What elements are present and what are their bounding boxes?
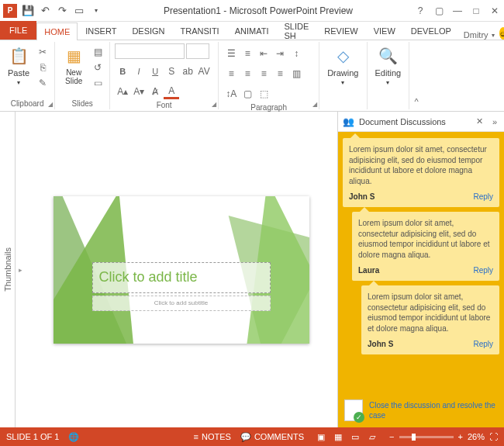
format-painter-icon[interactable]: ✎ [36,76,50,90]
close-icon[interactable]: ✕ [488,5,501,16]
spacing-button[interactable]: AV [196,64,212,79]
section-icon[interactable]: ▭ [91,76,105,90]
comment-item[interactable]: Lorem ipsum dolor sit amet, consectetur … [343,138,499,207]
expand-pane-icon[interactable]: » [490,117,499,126]
drawing-button[interactable]: ◇ Drawing▾ [324,43,361,88]
discussions-title: Document Discussions [359,117,469,126]
tab-insert[interactable]: INSERT [78,22,124,40]
reading-view-icon[interactable]: ▭ [347,430,363,443]
expand-thumbnails-icon[interactable]: ▸ [16,112,25,427]
collapse-ribbon-icon[interactable]: ^ [409,42,423,109]
copy-icon[interactable]: ⎘ [36,61,50,74]
ribbon-options-icon[interactable]: ▢ [433,5,445,16]
increase-font-icon[interactable]: A▴ [115,84,130,99]
zoom-level[interactable]: 26% [468,432,485,441]
font-size-input[interactable] [186,43,209,59]
maximize-icon[interactable]: □ [470,5,482,16]
align-left-icon[interactable]: ≡ [223,66,239,81]
align-right-icon[interactable]: ≡ [256,66,271,81]
reply-link[interactable]: Reply [473,192,493,201]
comment-item[interactable]: Lorem ipsum dolor sit amet, consectetur … [361,285,499,354]
clear-format-icon[interactable]: A̷ [147,84,163,99]
text-direction-icon[interactable]: ↕A [223,86,239,102]
tab-review[interactable]: REVIEW [316,22,365,40]
clipboard-icon: 📋 [8,45,29,67]
comment-text: Lorem ipsum dolor sit amet, consectetur … [368,292,493,334]
reply-link[interactable]: Reply [473,340,493,348]
group-paragraph-label: Paragraph [223,102,314,112]
strikethrough-button[interactable]: S [164,64,179,79]
tab-developer[interactable]: DEVELOP [403,22,459,40]
tab-view[interactable]: VIEW [366,22,403,40]
start-slideshow-icon[interactable]: ▭ [73,5,85,17]
zoom-slider[interactable] [399,436,454,438]
comment-text: Lorem ipsum dolor sit amet, consectetur … [349,144,493,186]
comment-author: John S [368,340,393,348]
group-slides-label: Slides [60,98,105,108]
smartart-icon[interactable]: ⬚ [256,86,271,102]
justify-icon[interactable]: ≡ [272,66,288,81]
italic-button[interactable]: I [131,64,147,79]
close-discussion-link[interactable]: Close the discussion and resolve the cas… [369,400,498,420]
editing-button[interactable]: 🔍 Editing▾ [372,43,405,88]
layout-icon[interactable]: ▤ [91,45,105,59]
find-icon: 🔍 [377,45,399,67]
columns-icon[interactable]: ▥ [288,66,304,81]
comments-button[interactable]: 💬 COMMENTS [240,432,304,442]
font-name-input[interactable] [115,43,185,59]
tab-animations[interactable]: ANIMATI [227,22,277,40]
close-pane-icon[interactable]: ✕ [474,116,485,126]
fit-window-icon[interactable]: ⛶ [489,432,498,441]
title-placeholder[interactable]: Click to add title [92,262,271,293]
help-icon[interactable]: ? [414,5,426,16]
reply-link[interactable]: Reply [473,266,493,275]
paste-button[interactable]: 📋 Paste▾ [5,43,33,88]
normal-view-icon[interactable]: ▣ [313,430,329,443]
increase-indent-icon[interactable]: ⇥ [272,46,288,61]
zoom-out-icon[interactable]: − [389,432,394,441]
underline-button[interactable]: U [147,64,163,79]
group-clipboard-label: Clipboard [5,98,50,108]
bullets-button[interactable]: ☰ [223,46,239,61]
tab-design[interactable]: DESIGN [124,22,172,40]
feedback-icon[interactable]: ☺ [499,27,504,40]
qat-more-icon[interactable]: ▾ [90,5,102,17]
decrease-indent-icon[interactable]: ⇤ [256,46,271,61]
tab-transitions[interactable]: TRANSITI [173,22,227,40]
slide-counter[interactable]: SLIDE 1 OF 1 [6,432,59,441]
language-button[interactable]: 🌐 [68,432,79,442]
thumbnails-pane: Thumbnails [0,112,16,427]
redo-icon[interactable]: ↷ [56,5,68,17]
numbering-button[interactable]: ≡ [240,46,255,61]
sorter-view-icon[interactable]: ▦ [330,430,346,443]
save-icon[interactable]: 💾 [22,5,34,17]
decrease-font-icon[interactable]: A▾ [131,84,147,99]
clipboard-launcher-icon[interactable]: ◢ [48,101,53,108]
slide-canvas[interactable]: Click to add title Click to add subtitle [25,112,337,427]
comment-item[interactable]: Lorem ipsum dolor sit amet, consectetur … [352,212,499,281]
font-launcher-icon[interactable]: ◢ [212,101,216,108]
tab-slideshow[interactable]: SLIDE SH [276,22,316,40]
shadow-button[interactable]: ab [180,64,195,79]
reset-icon[interactable]: ↺ [91,61,105,74]
file-tab[interactable]: FILE [0,21,36,40]
tab-home[interactable]: HOME [36,22,78,40]
cut-icon[interactable]: ✂ [36,45,50,59]
undo-icon[interactable]: ↶ [39,5,51,17]
slide[interactable]: Click to add title Click to add subtitle [54,196,309,344]
font-color-button[interactable]: A [164,84,179,99]
subtitle-placeholder[interactable]: Click to add subtitle [92,296,271,311]
bold-button[interactable]: B [115,64,130,79]
user-account[interactable]: Dmitry▾ [459,30,499,40]
paragraph-launcher-icon[interactable]: ◢ [312,101,317,108]
new-slide-button[interactable]: ▦ New Slide [60,43,88,87]
line-spacing-icon[interactable]: ↕ [288,46,304,61]
notes-button[interactable]: ≡ NOTES [194,432,231,441]
slideshow-view-icon[interactable]: ▱ [364,430,380,443]
zoom-in-icon[interactable]: + [458,432,463,441]
minimize-icon[interactable]: — [451,5,464,16]
align-text-icon[interactable]: ▢ [240,86,255,102]
comment-text: Lorem ipsum dolor sit amet, consectetur … [358,218,493,260]
window-title: Presentation1 - Microsoft PowerPoint Pre… [102,5,414,16]
align-center-icon[interactable]: ≡ [240,66,255,81]
